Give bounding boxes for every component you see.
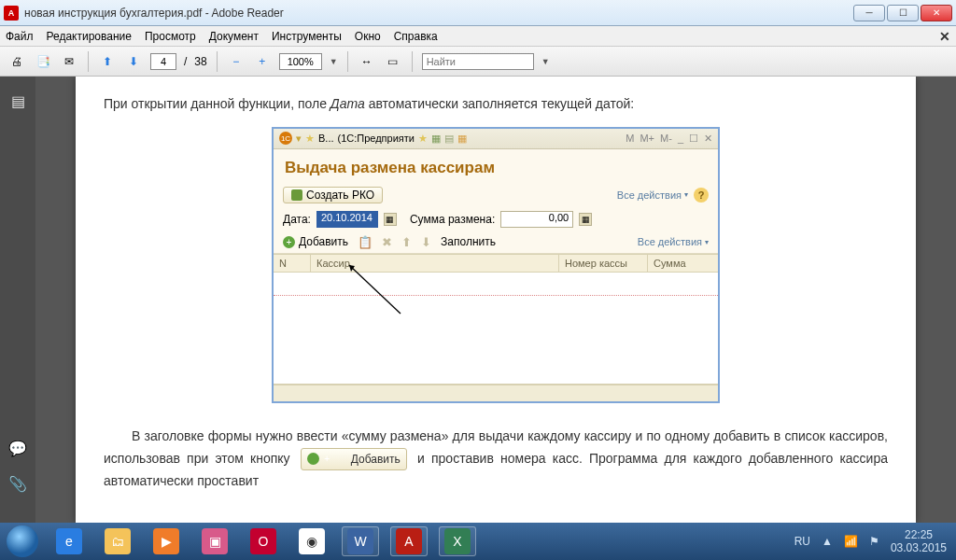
current-page-input[interactable]: [150, 53, 176, 70]
col-kassa: Номер кассы: [559, 255, 648, 272]
menu-bar: Файл Редактирование Просмотр Документ Ин…: [0, 26, 956, 47]
tray-flag-icon[interactable]: ▲: [822, 535, 833, 548]
pko-icon: [291, 189, 302, 201]
oc-table-body: [274, 273, 718, 385]
taskbar-media[interactable]: ▶: [142, 523, 190, 560]
menu-document[interactable]: Документ: [209, 30, 259, 43]
network-icon[interactable]: 📶: [844, 535, 858, 548]
taskbar-adobe[interactable]: A: [385, 523, 433, 560]
separator: [217, 51, 218, 72]
oc-fields-row: Дата: 20.10.2014 ▦ Сумма размена: 0,00 ▦: [274, 207, 718, 231]
zoom-in-icon[interactable]: +: [253, 52, 272, 71]
minimize-button[interactable]: ─: [853, 5, 885, 21]
embedded-screenshot: 1C ▾ ★ В... (1С:Предприяти ★ ▦ ▤ ▦ M M+ …: [272, 127, 720, 403]
oc-maximize-icon: ☐: [689, 133, 698, 145]
taskbar-ie[interactable]: e: [45, 523, 93, 560]
page-down-icon[interactable]: ⬇: [124, 52, 143, 71]
comments-panel-icon[interactable]: 💬: [8, 439, 27, 457]
flag-icon[interactable]: ⚑: [869, 535, 879, 548]
language-indicator[interactable]: RU: [794, 535, 810, 548]
print-icon[interactable]: 🖨: [7, 52, 26, 71]
page: При открытии данной функции, поле Дата а…: [76, 77, 916, 523]
fit-width-icon[interactable]: ↔: [358, 52, 376, 71]
menu-help[interactable]: Справка: [394, 30, 438, 43]
mail-icon[interactable]: ✉: [60, 52, 78, 71]
menu-view[interactable]: Просмотр: [145, 30, 196, 43]
oc-command-bar: Создать РКО Все действия ▾ ?: [274, 183, 718, 207]
oc-minimize-icon: _: [678, 133, 683, 145]
taskbar: e 🗂 ▶ ▣ O ◉ W A X RU ▲ 📶 ⚑ 22:25 03.03.2…: [0, 523, 956, 560]
app-icon: A: [4, 6, 19, 21]
pages-panel-icon[interactable]: ▤: [8, 91, 27, 110]
menu-window[interactable]: Окно: [355, 30, 381, 43]
calc-icon: ▦: [579, 213, 592, 226]
document-close-icon[interactable]: ✕: [939, 29, 950, 44]
all-actions-link-2: Все действия ▾: [638, 236, 709, 247]
oc-heading: Выдача размена кассирам: [274, 149, 718, 183]
plus-icon: +: [283, 236, 295, 248]
separator: [347, 51, 348, 72]
paragraph-2: В заголовке формы нужно ввести «сумму ра…: [104, 426, 888, 493]
side-panel: ▤ 💬 📎: [0, 77, 35, 523]
page-area[interactable]: При открытии данной функции, поле Дата а…: [35, 77, 956, 523]
amount-label: Сумма размена:: [410, 213, 495, 226]
taskbar-word[interactable]: W: [336, 523, 385, 560]
oc-close-icon: ✕: [704, 133, 712, 145]
add-button: + Добавить: [283, 235, 348, 248]
date-field: 20.10.2014: [316, 211, 378, 228]
oc-table-toolbar: + Добавить 📋 ✖ ⬆ ⬇ Заполнить Все действи…: [274, 231, 718, 254]
find-dropdown-icon[interactable]: ▼: [541, 57, 550, 66]
zoom-out-icon[interactable]: −: [227, 52, 246, 71]
oc-title-prefix: В...: [318, 133, 334, 144]
menu-tools[interactable]: Инструменты: [272, 30, 342, 43]
menu-edit[interactable]: Редактирование: [47, 30, 132, 43]
merge-icon[interactable]: 📑: [34, 52, 52, 71]
maximize-button[interactable]: ☐: [887, 5, 919, 21]
amount-field: 0,00: [500, 211, 573, 228]
taskbar-explorer[interactable]: 🗂: [93, 523, 142, 560]
fit-page-icon[interactable]: ▭: [384, 52, 402, 71]
total-pages: 38: [194, 55, 206, 68]
fill-link: Заполнить: [441, 235, 496, 248]
delete-icon: ✖: [382, 235, 392, 249]
date-label: Дата:: [283, 213, 311, 226]
window-controls: ─ ☐ ✕: [853, 5, 952, 21]
oc-title-bar: 1C ▾ ★ В... (1С:Предприяти ★ ▦ ▤ ▦ M M+ …: [274, 129, 718, 149]
start-button[interactable]: [0, 523, 45, 560]
dotted-line: [274, 295, 718, 296]
oc-logo-icon: 1C: [279, 132, 292, 145]
attachments-panel-icon[interactable]: 📎: [8, 474, 27, 493]
plus-icon: +: [307, 453, 319, 465]
help-icon: ?: [694, 188, 709, 203]
window-title: новая инструкция бухгалтерия.pdf - Adobe…: [24, 7, 284, 20]
clock-date: 03.03.2015: [891, 541, 947, 554]
find-input[interactable]: [422, 53, 534, 70]
copy-icon: 📋: [358, 235, 373, 249]
oc-mplus-label: M+: [640, 133, 654, 145]
inline-add-button: + Добавить: [301, 448, 407, 470]
page-separator: /: [184, 55, 187, 68]
zoom-dropdown-icon[interactable]: ▼: [330, 57, 338, 66]
paragraph-1: При открытии данной функции, поле Дата а…: [104, 93, 888, 116]
move-up-icon: ⬆: [401, 235, 412, 249]
separator: [88, 51, 89, 72]
clock-time: 22:25: [891, 528, 947, 541]
move-down-icon: ⬇: [421, 235, 431, 249]
zoom-input[interactable]: [279, 53, 322, 70]
menu-file[interactable]: Файл: [6, 30, 34, 43]
clock[interactable]: 22:25 03.03.2015: [891, 528, 947, 555]
document-viewer: ▤ 💬 📎 При открытии данной функции, поле …: [0, 77, 956, 523]
col-sum: Сумма: [648, 255, 718, 272]
page-up-icon[interactable]: ⬆: [98, 52, 117, 71]
close-button[interactable]: ✕: [921, 5, 952, 21]
col-cashier: Кассир: [311, 255, 559, 272]
oc-table-header: N Кассир Номер кассы Сумма: [274, 254, 718, 273]
toolbar: 🖨 📑 ✉ ⬆ ⬇ / 38 − + ▼ ↔ ▭ ▼: [0, 47, 956, 77]
separator: [412, 51, 413, 72]
taskbar-chrome[interactable]: ◉: [288, 523, 336, 560]
windows-logo-icon: [7, 525, 38, 557]
taskbar-opera[interactable]: O: [239, 523, 288, 560]
taskbar-app1[interactable]: ▣: [190, 523, 239, 560]
oc-title-text: (1С:Предприяти: [338, 133, 415, 144]
taskbar-excel[interactable]: X: [433, 523, 482, 560]
